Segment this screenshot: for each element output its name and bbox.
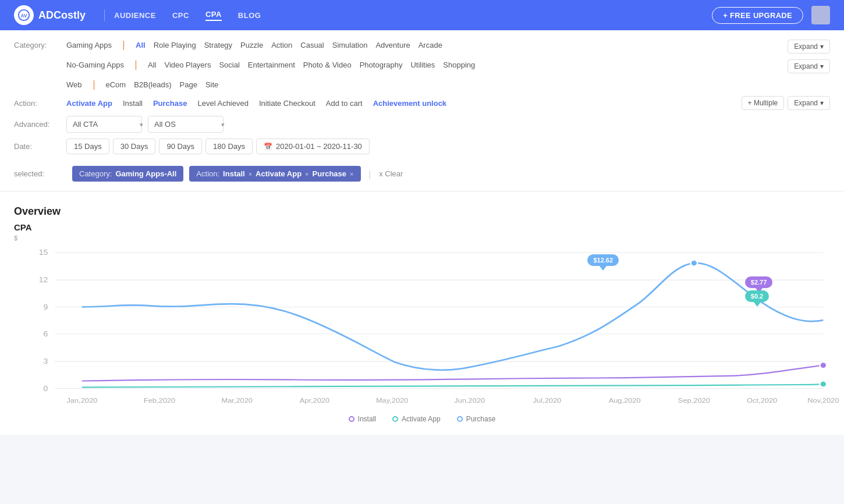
nogaming-photography[interactable]: Photography xyxy=(360,59,403,70)
web-spacer xyxy=(14,79,66,80)
remove-purchase[interactable]: × xyxy=(350,171,353,178)
action-level-achieved[interactable]: Level Achieved xyxy=(198,99,249,108)
logo[interactable]: AV ADCostly xyxy=(14,5,86,25)
svg-text:Sep,2020: Sep,2020 xyxy=(678,397,710,404)
chart-legend: Install Activate App Purchase xyxy=(14,415,830,435)
logo-icon: AV xyxy=(14,5,34,25)
advanced-row: Advanced: All CTA All OS xyxy=(14,116,830,133)
nav-links: AUDIENCE CPC CPA BLOG xyxy=(114,10,261,21)
action-install[interactable]: Install xyxy=(123,99,143,108)
date-180[interactable]: 180 Days xyxy=(205,139,253,154)
action-activate-app[interactable]: Activate App xyxy=(66,99,112,108)
gaming-strategy[interactable]: Strategy xyxy=(204,40,232,51)
web-sep xyxy=(94,80,94,90)
logo-text: ADCostly xyxy=(38,9,86,22)
avatar xyxy=(811,6,830,24)
gaming-role-playing[interactable]: Role Playing xyxy=(154,40,196,51)
selected-actions-tag: Action: Install × Activate App × Purchas… xyxy=(189,166,360,182)
nogaming-expand-button[interactable]: Expand ▾ xyxy=(788,59,830,73)
action-tag-label: Action: xyxy=(196,169,219,178)
nogaming-photo[interactable]: Photo & Video xyxy=(303,59,352,70)
nav-item-cpa[interactable]: CPA xyxy=(205,10,222,21)
gaming-action[interactable]: Action xyxy=(271,40,292,51)
chart-unit: $ xyxy=(14,235,830,242)
nav-item-cpc[interactable]: CPC xyxy=(172,11,189,20)
web-ecom[interactable]: eCom xyxy=(106,79,126,90)
date-row: Date: 15 Days 30 Days 90 Days 180 Days 📅… xyxy=(14,139,830,154)
svg-text:AV: AV xyxy=(21,13,27,19)
filter-area: Category: Gaming Apps All Role Playing S… xyxy=(0,30,844,191)
gaming-all[interactable]: All xyxy=(136,40,146,51)
gaming-adventure[interactable]: Adventure xyxy=(375,40,410,51)
gaming-arcade[interactable]: Arcade xyxy=(419,40,442,51)
web-filter-items: Web eCom B2B(leads) Page Site xyxy=(66,79,830,90)
nogaming-social[interactable]: Social xyxy=(219,59,239,70)
gaming-simulation[interactable]: Simulation xyxy=(332,40,368,51)
date-range-picker[interactable]: 📅 2020-01-01 ~ 2020-11-30 xyxy=(256,139,370,154)
svg-text:Jul,2020: Jul,2020 xyxy=(533,397,562,404)
selected-row: selected: Category: Gaming Apps-All Acti… xyxy=(14,160,830,184)
legend-install-label: Install xyxy=(358,415,376,423)
svg-text:0: 0 xyxy=(44,384,48,392)
cta-select[interactable]: All CTA xyxy=(66,116,142,133)
date-90[interactable]: 90 Days xyxy=(159,139,202,154)
date-range-value: 2020-01-01 ~ 2020-11-30 xyxy=(276,142,362,151)
nogaming-shopping[interactable]: Shopping xyxy=(443,59,475,70)
nav-divider xyxy=(104,9,105,21)
clear-button[interactable]: x Clear xyxy=(379,169,403,178)
category-web-row: Web eCom B2B(leads) Page Site xyxy=(14,79,830,90)
cta-select-wrapper: All CTA xyxy=(66,116,148,133)
date-15[interactable]: 15 Days xyxy=(66,139,109,154)
gaming-expand-button[interactable]: Expand ▾ xyxy=(788,40,830,54)
nogaming-spacer xyxy=(14,59,66,61)
nogaming-video[interactable]: Video Players xyxy=(164,59,211,70)
gaming-puzzle[interactable]: Puzzle xyxy=(240,40,263,51)
upgrade-button[interactable]: + FREE UPGRADE xyxy=(712,7,803,24)
web-page[interactable]: Page xyxy=(180,79,197,90)
cpa-chart: 15 12 9 6 3 0 Jan,2020 Feb,2020 Mar,2020… xyxy=(14,246,830,409)
svg-text:Nov,2020: Nov,2020 xyxy=(807,397,839,404)
web-site[interactable]: Site xyxy=(205,79,218,90)
category-tag-value: Gaming Apps-All xyxy=(115,169,176,178)
date-items: 15 Days 30 Days 90 Days 180 Days 📅 2020-… xyxy=(66,139,370,154)
nogaming-entertainment[interactable]: Entertainment xyxy=(248,59,295,70)
legend-install: Install xyxy=(349,415,376,423)
svg-text:May,2020: May,2020 xyxy=(376,397,409,404)
multiple-button[interactable]: + Multiple xyxy=(742,96,785,110)
action-add-to-cart[interactable]: Add to cart xyxy=(326,99,363,108)
nav-item-blog[interactable]: BLOG xyxy=(238,11,261,20)
os-select[interactable]: All OS xyxy=(148,116,224,133)
remove-activate[interactable]: × xyxy=(305,171,308,178)
nogaming-utilities[interactable]: Utilities xyxy=(410,59,435,70)
svg-point-27 xyxy=(820,381,827,388)
action-expand-button[interactable]: Expand ▾ xyxy=(788,96,830,110)
date-label: Date: xyxy=(14,142,66,151)
calendar-icon: 📅 xyxy=(264,143,272,151)
action-initiate-checkout[interactable]: Initiate Checkout xyxy=(259,99,315,108)
date-30[interactable]: 30 Days xyxy=(113,139,156,154)
action-achievement-unlock[interactable]: Achievement unlock xyxy=(373,99,446,108)
nogaming-all[interactable]: All xyxy=(148,59,156,70)
action-purchase[interactable]: Purchase xyxy=(153,99,187,108)
legend-install-dot xyxy=(349,416,354,422)
legend-purchase-label: Purchase xyxy=(466,415,496,423)
svg-text:Jun,2020: Jun,2020 xyxy=(454,397,485,404)
legend-activate: Activate App xyxy=(392,415,441,423)
nogaming-apps-label: No-Gaming Apps xyxy=(66,59,124,70)
svg-text:Feb,2020: Feb,2020 xyxy=(144,397,175,404)
selected-label: selected: xyxy=(14,169,66,178)
chart-container: $12.62 $2.77 $0.2 15 12 9 6 3 0 Jan,2020 xyxy=(14,246,830,409)
action-label: Action: xyxy=(14,99,66,108)
gaming-filter-items: Gaming Apps All Role Playing Strategy Pu… xyxy=(66,40,788,51)
remove-install[interactable]: × xyxy=(249,171,252,178)
gaming-casual[interactable]: Casual xyxy=(300,40,324,51)
web-b2b[interactable]: B2B(leads) xyxy=(134,79,171,90)
main-content: Overview CPA $ $12.62 $2.77 $0.2 15 12 9… xyxy=(0,191,844,435)
category-tag-label: Category: xyxy=(79,169,112,178)
action-items: Activate App Install Purchase Level Achi… xyxy=(66,99,742,108)
os-select-wrapper: All OS xyxy=(148,116,229,133)
nav-item-audience[interactable]: AUDIENCE xyxy=(114,11,156,20)
selected-category-tag: Category: Gaming Apps-All xyxy=(72,166,183,182)
svg-point-25 xyxy=(690,260,697,267)
category-label: Category: xyxy=(14,40,66,49)
